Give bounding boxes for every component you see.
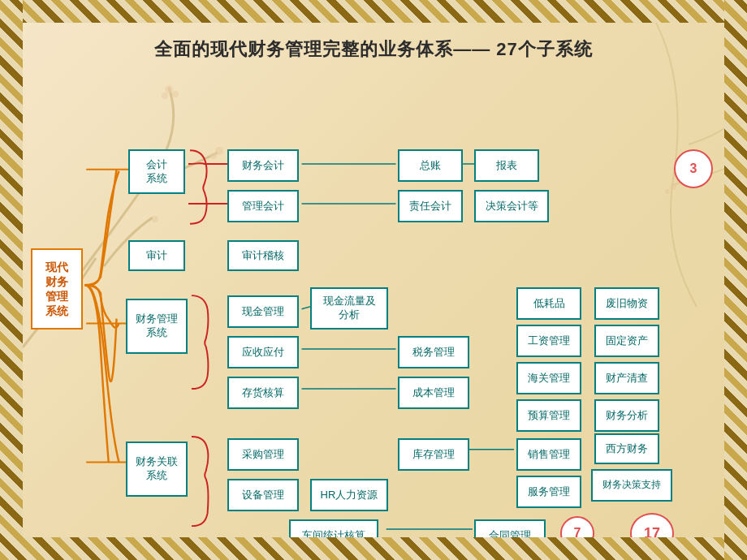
property-check-box: 财产清查 [594, 362, 659, 394]
financial-decision-box: 财务决策支持 [591, 469, 672, 502]
workshop-calc-box: 车间统计核算 [289, 519, 378, 537]
accounting-sys-box: 会计系统 [128, 149, 185, 194]
page-title: 全面的现代财务管理完整的业务体系—— 27个子系统 [23, 23, 724, 70]
accounts-payable-box: 应收应付 [227, 336, 299, 368]
service-mgmt-box: 服务管理 [516, 476, 581, 508]
border-bottom [0, 537, 747, 560]
accounting-sys-label: 会计系统 [146, 158, 167, 186]
decision-accounting-box: 决策会计等 [474, 190, 549, 222]
badge-7-label: 7 [574, 526, 581, 537]
badge-17-label: 17 [644, 525, 660, 538]
finance-mgmt-sys-box: 财务管理系统 [126, 299, 188, 354]
sales-mgmt-box: 销售管理 [516, 438, 581, 471]
purchase-mgmt-box: 采购管理 [227, 438, 299, 471]
equipment-mgmt-box: 设备管理 [227, 479, 299, 511]
general-ledger-box: 总账 [398, 149, 463, 182]
badge-3: 3 [674, 149, 713, 188]
root-box: 现代财务管理系统 [31, 248, 83, 330]
scrap-materials-box: 废旧物资 [594, 287, 659, 320]
cash-mgmt-box: 现金管理 [227, 295, 299, 328]
finance-link-sys-box: 财务关联系统 [126, 442, 188, 497]
management-accounting-box: 管理会计 [227, 190, 299, 222]
contract-mgmt-box: 合同管理 [474, 519, 546, 537]
root-label: 现代财务管理系统 [45, 260, 68, 319]
budget-mgmt-box: 预算管理 [516, 399, 581, 432]
audit-box: 审计 [128, 240, 185, 271]
finance-link-sys-label: 财务关联系统 [136, 455, 178, 483]
inventory-calc-box: 存货核算 [227, 377, 299, 409]
low-value-box: 低耗品 [516, 287, 581, 320]
responsibility-accounting-box: 责任会计 [398, 190, 463, 222]
main-content: 全面的现代财务管理完整的业务体系—— 27个子系统 [23, 23, 724, 537]
salary-mgmt-box: 工资管理 [516, 325, 581, 357]
badge-17: 17 [630, 513, 674, 537]
badge-3-label: 3 [690, 162, 697, 176]
border-left [0, 0, 23, 560]
hr-box: HR人力资源 [310, 479, 388, 511]
finance-mgmt-sys-label: 财务管理系统 [136, 312, 178, 340]
cashflow-analysis-box: 现金流量及分析 [310, 287, 388, 330]
customs-mgmt-box: 海关管理 [516, 362, 581, 394]
cost-mgmt-box: 成本管理 [398, 377, 469, 409]
inventory-mgmt-box: 库存管理 [398, 438, 469, 471]
tax-mgmt-box: 税务管理 [398, 336, 469, 368]
audit-check-box: 审计稽核 [227, 240, 299, 271]
border-right [724, 0, 747, 560]
fixed-assets-box: 固定资产 [594, 325, 659, 357]
report-box: 报表 [474, 149, 539, 182]
badge-7: 7 [560, 516, 594, 537]
western-finance-box: 西方财务 [594, 433, 659, 464]
chart-area: 现代财务管理系统 会计系统 财务管理系统 财务关联系统 财务会计 管理会计 审计… [23, 70, 724, 532]
financial-accounting-box: 财务会计 [227, 149, 299, 182]
financial-analysis-box: 财务分析 [594, 399, 659, 432]
border-top [0, 0, 747, 23]
